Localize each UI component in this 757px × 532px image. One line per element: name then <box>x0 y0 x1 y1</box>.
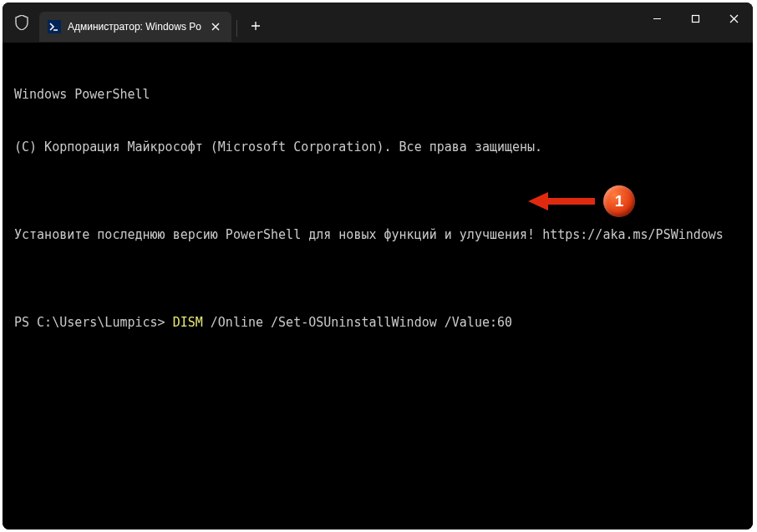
annotation-callout: 1 <box>526 185 635 217</box>
titlebar: Администратор: Windows Po <box>3 3 753 43</box>
prompt-line: PS C:\Users\Lumpics> DISM /Online /Set-O… <box>14 314 741 332</box>
prompt-path: PS C:\Users\Lumpics> <box>14 315 173 330</box>
callout-number: 1 <box>603 185 635 217</box>
titlebar-left: Администратор: Windows Po <box>3 3 269 43</box>
svg-marker-11 <box>528 192 548 210</box>
close-icon <box>729 14 739 23</box>
tab-separator <box>236 20 237 37</box>
powershell-icon <box>48 20 61 33</box>
svg-rect-7 <box>692 15 699 22</box>
close-window-button[interactable] <box>714 3 753 34</box>
command-args: /Online /Set-OSUninstallWindow /Value:60 <box>211 315 512 330</box>
tab-close-button[interactable] <box>208 19 223 34</box>
minimize-button[interactable] <box>638 3 676 34</box>
maximize-button[interactable] <box>676 3 714 34</box>
maximize-icon <box>691 14 700 23</box>
tab-title: Администратор: Windows Po <box>68 21 201 33</box>
minimize-icon <box>653 14 662 23</box>
terminal-body[interactable]: Windows PowerShell (C) Корпорация Майкро… <box>3 43 753 529</box>
plus-icon <box>251 21 261 31</box>
output-line: Windows PowerShell <box>14 86 741 104</box>
arrow-icon <box>526 187 598 215</box>
close-icon <box>211 23 220 31</box>
terminal-window: Администратор: Windows Po <box>3 3 753 529</box>
window-controls <box>638 3 753 34</box>
output-line: Установите последнюю версию PowerShell д… <box>14 226 741 244</box>
admin-shield-icon <box>14 14 29 31</box>
output-line: (C) Корпорация Майкрософт (Microsoft Cor… <box>14 139 741 156</box>
active-tab[interactable]: Администратор: Windows Po <box>39 12 231 42</box>
new-tab-button[interactable] <box>242 13 269 39</box>
command-keyword: DISM <box>173 315 211 330</box>
